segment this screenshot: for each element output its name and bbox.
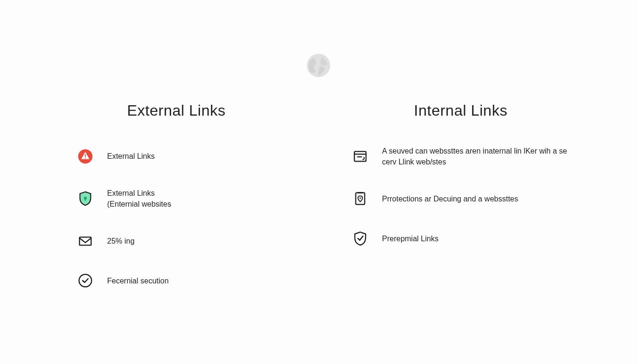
internal-item-1-label: A seuved can webssttes aren inaternal li… [382,146,570,167]
browser-link-icon [352,148,369,165]
external-item-2-line2: (Enternial websites [107,199,171,209]
external-item-3: 25% ing [67,232,285,249]
external-item-2-line1: External Links [107,189,155,197]
check-circle-icon [77,272,94,289]
internal-item-3-label: Prerepmial Links [382,233,438,244]
external-item-4: Fecernial secution [67,272,285,289]
svg-rect-2 [85,154,86,157]
internal-item-1: A seuved can webssttes aren inaternal li… [352,146,570,167]
alert-triangle-icon [77,148,94,165]
svg-rect-3 [85,157,86,158]
svg-rect-5 [85,199,86,201]
external-links-title: External Links [67,102,285,119]
external-item-1: External Links [67,148,285,165]
external-item-3-label: 25% ing [107,236,135,246]
internal-links-column: Internal Links A seuved can webssttes ar… [352,102,570,312]
envelope-icon [77,232,94,249]
shield-check-icon [352,230,369,247]
external-item-4-label: Fecernial secution [107,275,169,286]
internal-links-title: Internal Links [352,102,570,119]
external-links-column: External Links External Links [67,102,285,312]
svg-point-7 [79,274,91,287]
globe-icon [305,52,332,81]
document-pin-icon [352,190,369,207]
shield-lock-icon [77,190,94,207]
columns: External Links External Links [0,102,637,312]
internal-item-2-label: Prrotections ar Decuing and a webssttes [382,193,518,204]
svg-point-13 [359,198,361,199]
internal-item-2: Prrotections ar Decuing and a webssttes [352,190,570,207]
external-item-1-label: External Links [107,151,155,162]
svg-rect-6 [80,237,91,246]
internal-item-3: Prerepmial Links [352,230,570,247]
external-item-2: External Links (Enternial websites [67,188,285,209]
external-item-2-label: External Links (Enternial websites [107,188,171,209]
